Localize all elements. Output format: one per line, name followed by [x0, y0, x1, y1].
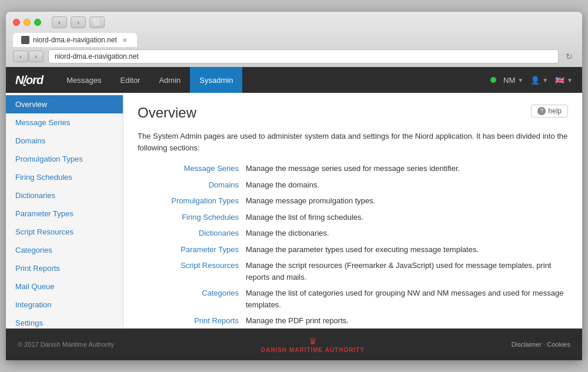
close-button[interactable] [13, 19, 20, 26]
help-button[interactable]: ? help [531, 105, 568, 118]
nav-links: Messages Editor Admin Sysadmin [57, 67, 490, 93]
sidebar-label-dictionaries: Dictionaries [15, 191, 55, 200]
cookies-link[interactable]: Cookies [547, 341, 570, 348]
page-title: Overview [138, 105, 196, 121]
sidebar-item-mail-queue[interactable]: Mail Queue [6, 277, 123, 296]
sidebar-label-promulgation-types: Promulgation Types [15, 155, 83, 163]
section-row: DomainsManage the domains. [152, 179, 568, 191]
nm-arrow: ▼ [517, 77, 523, 83]
user-menu[interactable]: 👤 ▼ [530, 76, 548, 85]
content-area: Overview ? help The System Admin pages a… [123, 93, 582, 329]
help-label: help [548, 107, 562, 115]
section-label[interactable]: Print Reports [152, 315, 246, 327]
sidebar-label-categories: Categories [15, 246, 52, 254]
sidebar-label-print-reports: Print Reports [15, 264, 60, 273]
nav-editor[interactable]: Editor [111, 67, 149, 93]
section-description: Manage the script resources (Freemarker … [246, 260, 568, 283]
sidebar-item-script-resources[interactable]: Script Resources [6, 223, 123, 241]
section-row: DictionariesManage the dictionaries. [152, 227, 568, 239]
footer: © 2017 Danish Maritime Authority ♛ Danis… [6, 329, 582, 360]
help-icon: ? [537, 107, 546, 115]
sidebar: Overview Message Series Domains Promulga… [6, 93, 123, 329]
section-row: Parameter TypesManage the parameter type… [152, 244, 568, 256]
section-description: Manage the PDF print reports. [246, 315, 568, 327]
section-description: Manage message promulgation types. [246, 195, 568, 207]
sidebar-item-categories[interactable]: Categories [6, 241, 123, 259]
lang-arrow: ▼ [567, 77, 573, 83]
sidebar-label-overview: Overview [15, 100, 47, 109]
section-label[interactable]: Script Resources [152, 260, 246, 283]
back-nav-button[interactable]: ‹ [13, 51, 28, 62]
sidebar-item-print-reports[interactable]: Print Reports [6, 259, 123, 277]
section-label[interactable]: Categories [152, 287, 246, 310]
sidebar-label-parameter-types: Parameter Types [15, 209, 74, 218]
user-arrow: ▼ [542, 77, 548, 83]
flag-icon: 🇬🇧 [555, 76, 564, 85]
section-row: Script ResourcesManage the script resour… [152, 260, 568, 283]
section-label[interactable]: Firing Schedules [152, 212, 246, 223]
section-label[interactable]: Parameter Types [152, 244, 246, 256]
nav-admin[interactable]: Admin [149, 67, 190, 93]
section-description: Manage the list of firing schedules. [246, 212, 568, 223]
section-label[interactable]: Dictionaries [152, 227, 246, 239]
nm-dropdown[interactable]: NM ▼ [503, 76, 523, 85]
browser-tab-bar: niord-dma.e-navigation.net ✕ [13, 33, 575, 47]
active-tab[interactable]: niord-dma.e-navigation.net ✕ [13, 33, 137, 47]
browser-titlebar: ‹ › ⬜ niord-dma.e-navigation.net ✕ ‹ › n… [6, 12, 582, 67]
nav-sysadmin[interactable]: Sysadmin [190, 67, 242, 93]
section-label[interactable]: Promulgation Types [152, 195, 246, 207]
sidebar-label-firing-schedules: Firing Schedules [15, 173, 72, 182]
nm-label: NM [503, 76, 515, 85]
tab-close-button[interactable]: ✕ [121, 36, 129, 44]
minimize-button[interactable] [24, 19, 31, 26]
section-label[interactable]: Domains [152, 179, 246, 191]
section-label[interactable]: Message Series [152, 163, 246, 175]
maximize-button[interactable] [34, 19, 41, 26]
section-row: Promulgation TypesManage message promulg… [152, 195, 568, 207]
sidebar-label-domains: Domains [15, 136, 45, 145]
tab-title: niord-dma.e-navigation.net [33, 36, 117, 44]
section-row: Message SeriesManage the message series … [152, 163, 568, 175]
disclaimer-link[interactable]: Disclaimer [512, 341, 542, 348]
browser-nav: ‹ › ⬜ [52, 16, 105, 28]
sidebar-item-message-series[interactable]: Message Series [6, 113, 123, 132]
section-row: CategoriesManage the list of categories … [152, 287, 568, 310]
crown-icon: ♛ [309, 336, 317, 347]
status-indicator [490, 77, 496, 83]
section-description: Manage the list of categories used for g… [246, 287, 568, 310]
back-button[interactable]: ‹ [52, 16, 67, 28]
forward-button[interactable]: › [71, 16, 86, 28]
section-description: Manage the domains. [246, 179, 568, 191]
sidebar-label-settings: Settings [15, 319, 43, 327]
app-frame: N/ord Messages Editor Admin Sysadmin NM … [6, 67, 582, 360]
window-button[interactable]: ⬜ [89, 16, 105, 28]
sidebar-item-overview[interactable]: Overview [6, 95, 123, 113]
sidebar-item-firing-schedules[interactable]: Firing Schedules [6, 168, 123, 186]
sections-table: Message SeriesManage the message series … [152, 163, 568, 329]
language-menu[interactable]: 🇬🇧 ▼ [555, 76, 573, 85]
top-nav: N/ord Messages Editor Admin Sysadmin NM … [6, 67, 582, 93]
sidebar-item-parameter-types[interactable]: Parameter Types [6, 205, 123, 223]
nav-messages[interactable]: Messages [57, 67, 111, 93]
footer-links: Disclaimer · Cookies [512, 341, 570, 348]
sidebar-item-promulgation-types[interactable]: Promulgation Types [6, 150, 123, 168]
footer-org-name: Danish Maritime Authority [261, 347, 365, 353]
intro-text: The System Admin pages are used to admin… [138, 130, 568, 153]
sidebar-item-dictionaries[interactable]: Dictionaries [6, 186, 123, 205]
nav-right: NM ▼ 👤 ▼ 🇬🇧 ▼ [490, 76, 573, 85]
section-row: Print ReportsManage the PDF print report… [152, 315, 568, 327]
footer-copyright: © 2017 Danish Maritime Authority [18, 341, 114, 348]
address-bar[interactable]: niord-dma.e-navigation.net [48, 49, 559, 63]
forward-nav-button[interactable]: › [28, 51, 44, 62]
user-icon: 👤 [530, 76, 540, 85]
sidebar-item-settings[interactable]: Settings [6, 314, 123, 329]
tab-favicon [21, 36, 29, 44]
sidebar-item-integration[interactable]: Integration [6, 296, 123, 314]
sidebar-label-script-resources: Script Resources [15, 227, 74, 236]
reload-button[interactable]: ↻ [563, 51, 575, 62]
sidebar-item-domains[interactable]: Domains [6, 132, 123, 150]
footer-center: ♛ Danish Maritime Authority [261, 336, 365, 353]
section-description: Manage the dictionaries. [246, 227, 568, 239]
app-logo: N/ord [15, 73, 43, 87]
sidebar-label-message-series: Message Series [15, 118, 70, 127]
